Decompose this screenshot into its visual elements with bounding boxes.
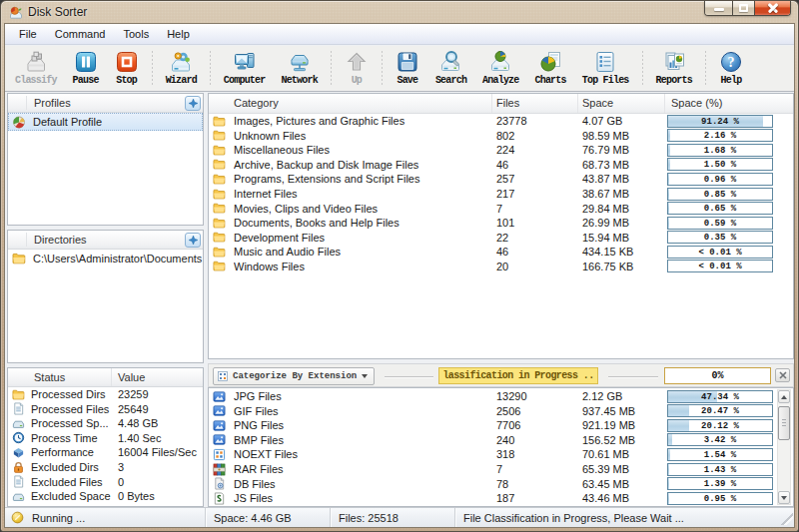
list-item[interactable]: Default Profile	[8, 113, 203, 131]
toolbar-button[interactable]: Analyze	[474, 49, 526, 88]
status-column-header[interactable]: Status	[8, 368, 112, 386]
row-files: 13290	[492, 390, 578, 402]
folder-icon	[213, 188, 226, 201]
table-row[interactable]: Development Files 22 15.94 MB 0.35 %	[209, 230, 793, 245]
status-table-body: Processed Dirs 23259 Processed Files 256…	[8, 387, 203, 503]
table-row[interactable]: Unknown Files 802 98.59 MB 2.16 %	[209, 129, 793, 144]
table-row[interactable]: JPG Files 13290 2.12 GB 47.34 %	[209, 389, 793, 404]
toolbar-button[interactable]: Network	[273, 49, 325, 88]
table-row[interactable]: Images, Pictures and Graphic Files 23778…	[209, 114, 793, 129]
row-name: Images, Pictures and Graphic Files	[234, 115, 492, 127]
toolbar-button-label: Top Files	[582, 75, 629, 87]
status-table-row[interactable]: Excluded Dirs 3	[8, 460, 203, 475]
value-column-header[interactable]: Value	[112, 368, 203, 386]
toolbar-button[interactable]: Save	[388, 49, 427, 88]
row-name: Unknown Files	[234, 130, 492, 142]
folder-icon	[213, 231, 226, 244]
row-files: 22	[492, 232, 578, 244]
table-row[interactable]: Miscellaneous Files 224 76.79 MB 1.68 %	[209, 143, 793, 158]
table-row[interactable]: Documents, Books and Help Files 101 26.9…	[209, 216, 793, 231]
table-row[interactable]: Windows Files 20 166.75 KB < 0.01 %	[209, 259, 793, 273]
vertical-scrollbar[interactable]	[777, 389, 791, 505]
cancel-classification-button[interactable]	[775, 368, 790, 382]
row-name: GIF Files	[234, 405, 492, 417]
folder-icon	[213, 202, 226, 215]
status-table-row[interactable]: Excluded Files 0	[8, 474, 203, 489]
toolbar-button[interactable]: Top Files	[574, 49, 637, 88]
table-row[interactable]: RAR Files 7 65.39 MB 1.43 %	[209, 462, 793, 477]
list-item-label: Default Profile	[33, 116, 102, 128]
toolbar-button[interactable]: ? Help	[711, 49, 751, 88]
row-files: 802	[492, 130, 578, 142]
menu-item[interactable]: Command	[46, 25, 115, 43]
arrow-down-icon	[781, 496, 787, 500]
status-table-row[interactable]: Process Time 1.40 Sec	[8, 431, 203, 446]
toolbar-button[interactable]: Pause	[65, 49, 107, 88]
toolbar-button[interactable]: Stop	[107, 49, 147, 88]
menu-item[interactable]: Tools	[114, 25, 158, 43]
scrollbar-thumb[interactable]	[778, 406, 790, 440]
save-icon	[396, 50, 419, 74]
menu-item[interactable]: Help	[158, 25, 199, 43]
row-name: Miscellaneous Files	[234, 144, 492, 156]
separator-line	[385, 376, 433, 378]
image-icon	[213, 390, 226, 403]
search-icon	[438, 50, 462, 74]
scroll-up-button[interactable]	[778, 390, 790, 403]
status-table-row[interactable]: Processed Sp... 4.48 GB	[8, 416, 203, 431]
disk-sorter-app-icon	[9, 6, 23, 20]
toolbar-button[interactable]: Up	[337, 49, 377, 88]
statusbar-message: File Classification in Progress, Please …	[463, 512, 684, 524]
toolbar-button-label: Analyze	[482, 75, 518, 87]
table-row[interactable]: BMP Files 240 156.52 MB 3.42 %	[209, 433, 793, 448]
table-row[interactable]: NOEXT Files 318 70.61 MB 1.54 %	[209, 447, 793, 462]
toolbar-button[interactable]: Wizard	[158, 49, 205, 88]
close-icon	[767, 3, 778, 14]
status-table-row[interactable]: Processed Dirs 23259	[8, 387, 203, 402]
table-row[interactable]: Music and Audio Files 46 434.15 KB < 0.0…	[209, 245, 793, 260]
row-space: 921.19 MB	[578, 419, 665, 431]
maximize-button[interactable]	[733, 1, 755, 15]
table-row[interactable]: DB Files 78 63.45 MB 1.39 %	[209, 476, 793, 491]
row-space: 937.45 MB	[578, 405, 665, 417]
table-row[interactable]: GIF Files 2506 937.45 MB 20.47 %	[209, 404, 793, 419]
row-files: 224	[492, 144, 578, 156]
category-column-header[interactable]: Category	[209, 94, 492, 113]
list-item-label: C:\Users\Administrator\Documents	[33, 253, 202, 265]
list-item[interactable]: C:\Users\Administrator\Documents	[8, 250, 203, 267]
toolbar-button[interactable]: Charts	[527, 49, 574, 88]
profiles-nav-button[interactable]	[185, 96, 201, 111]
categorize-by-dropdown[interactable]: Categorize By Extension	[213, 367, 375, 385]
toolbar-button[interactable]: Computer	[216, 49, 274, 88]
toolbar-button[interactable]: Classify	[7, 49, 65, 88]
table-row[interactable]: Programs, Extensions and Script Files 25…	[209, 172, 793, 187]
row-files: 23778	[492, 115, 578, 127]
scroll-down-button[interactable]	[778, 491, 790, 504]
status-table-row[interactable]: Processed Files 25649	[8, 402, 203, 417]
status-key: Excluded Space	[31, 490, 112, 502]
table-row[interactable]: Internet Files 217 38.67 MB 0.85 %	[209, 187, 793, 202]
toolbar-button[interactable]: Reports	[648, 49, 700, 88]
space-percent-bar: 0.35 %	[667, 231, 773, 244]
toolbar-button[interactable]: Search	[427, 49, 474, 88]
space-percent-label: 0.59 %	[668, 218, 772, 229]
profiles-header: Profiles	[8, 94, 203, 113]
folder-icon	[12, 388, 25, 401]
extension-panel: JPG Files 13290 2.12 GB 47.34 % GIF File…	[208, 387, 794, 507]
table-row[interactable]: PNG Files 7706 921.19 MB 20.12 %	[209, 418, 793, 433]
status-table-row[interactable]: Excluded Space 0 Bytes	[8, 489, 203, 504]
row-space: 63.45 MB	[578, 478, 665, 490]
directories-nav-button[interactable]	[185, 233, 201, 248]
space-column-header[interactable]: Space	[578, 94, 665, 113]
resize-grip[interactable]	[781, 513, 793, 525]
table-row[interactable]: Movies, Clips and Video Files 7 29.84 MB…	[209, 201, 793, 216]
space-percent-column-header[interactable]: Space (%)	[665, 94, 793, 113]
table-row[interactable]: Archive, Backup and Disk Image Files 46 …	[209, 158, 793, 173]
close-button[interactable]	[755, 1, 790, 15]
menu-item[interactable]: File	[10, 25, 46, 43]
menubar: FileCommandToolsHelp	[5, 24, 794, 45]
files-column-header[interactable]: Files	[492, 94, 578, 113]
minimize-button[interactable]	[705, 1, 733, 15]
status-table-row[interactable]: Performance 16004 Files/Sec	[8, 445, 203, 460]
table-row[interactable]: JS Files 187 43.46 MB 0.95 %	[209, 491, 793, 506]
